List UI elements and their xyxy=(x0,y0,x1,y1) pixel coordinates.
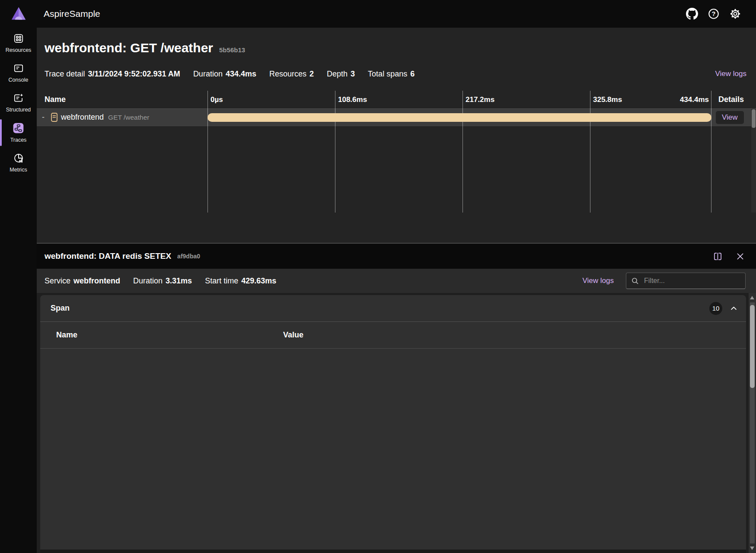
timeline-header: 0µs108.6ms217.2ms325.8ms434.4ms xyxy=(207,91,711,108)
trace-meta-item-value: 3/11/2024 9:52:02.931 AM xyxy=(88,70,180,78)
sidebar-item-label: Structured xyxy=(6,107,31,113)
span-info-item-label: Service xyxy=(45,276,70,285)
trace-meta-item-label: Total spans xyxy=(368,70,407,78)
filter-box[interactable] xyxy=(626,273,746,289)
trace-row[interactable]: -webfrontendGET /weatherView xyxy=(37,109,756,126)
trace-scrollbar-thumb[interactable] xyxy=(752,109,756,128)
panel-scrollbar[interactable] xyxy=(749,293,756,553)
trace-meta-item: Trace detail3/11/2024 9:52:02.931 AM xyxy=(45,70,180,79)
trace-view-logs-link[interactable]: View logs xyxy=(715,70,746,78)
structured-icon xyxy=(13,92,24,105)
trace-meta-item-value: 434.4ms xyxy=(226,70,256,78)
span-info-pairs: ServicewebfrontendDuration3.31msStart ti… xyxy=(45,276,289,286)
timeline-tick-label: 325.8ms xyxy=(593,91,622,109)
trace-meta-item-value: 2 xyxy=(309,70,314,78)
trace-meta-pairs: Trace detail3/11/2024 9:52:02.931 AMDura… xyxy=(45,70,427,79)
attr-name-header: Name xyxy=(40,331,271,340)
server-tan-icon xyxy=(51,113,57,122)
collapse-section-button[interactable] xyxy=(730,305,737,312)
trace-title: webfrontend: GET /weather xyxy=(45,41,213,55)
github-icon[interactable] xyxy=(686,8,698,20)
attr-value-header: Value xyxy=(271,331,746,340)
span-panel-title: webfrontend: DATA redis SETEX xyxy=(45,251,171,261)
sidebar-item-resources[interactable]: Resources xyxy=(0,28,37,57)
span-details-panel: webfrontend: DATA redis SETEX af9dba0 xyxy=(37,243,756,553)
sidebar-item-label: Metrics xyxy=(10,167,27,173)
filter-input[interactable] xyxy=(643,276,741,285)
trace-meta-item-value: 6 xyxy=(410,70,415,78)
trace-table-header: Name 0µs108.6ms217.2ms325.8ms434.4ms Det… xyxy=(37,91,756,109)
sidebar-item-structured[interactable]: Structured xyxy=(0,87,37,117)
trace-meta-item-value: 3 xyxy=(351,70,355,78)
trace-table: Name 0µs108.6ms217.2ms325.8ms434.4ms Det… xyxy=(37,91,756,126)
span-info-item-label: Start time xyxy=(205,276,238,285)
sidebar-item-console[interactable]: Console xyxy=(0,57,37,87)
span-attributes-card: Span 10 Name Value xyxy=(40,295,746,553)
name-column-header: Name xyxy=(37,91,207,108)
trace-meta-item: Resources2 xyxy=(269,70,314,79)
trace-meta-item: Depth3 xyxy=(327,70,355,79)
timeline-tick-label: 0µs xyxy=(211,91,223,109)
span-section-header: Span 10 xyxy=(40,295,746,322)
service-name: webfrontend xyxy=(61,113,104,122)
close-icon[interactable] xyxy=(736,252,745,261)
top-header: AspireSample ? xyxy=(37,0,756,28)
trace-meta-item-label: Duration xyxy=(193,70,223,78)
trace-scrollbar[interactable] xyxy=(751,109,756,213)
span-duration-bar[interactable] xyxy=(207,113,711,122)
help-icon[interactable]: ? xyxy=(708,8,720,20)
span-section-title: Span xyxy=(51,304,70,313)
split-panel-icon[interactable] xyxy=(713,251,723,261)
panel-scrollbar-thumb[interactable] xyxy=(750,305,755,388)
page-content: webfrontend: GET /weather 5b56b13 Trace … xyxy=(37,28,756,553)
collapse-toggle[interactable]: - xyxy=(42,113,51,122)
svg-text:?: ? xyxy=(712,10,716,17)
trace-rows: -webfrontendGET /weatherView xyxy=(37,109,756,126)
sidebar-item-label: Traces xyxy=(10,137,27,143)
trace-row-name: -webfrontendGET /weather xyxy=(37,109,207,126)
sidebar: ResourcesConsoleStructuredTracesMetrics xyxy=(0,0,37,553)
span-info-item-value: webfrontend xyxy=(73,276,120,285)
trace-meta-item: Total spans6 xyxy=(368,70,415,79)
attributes-table-header: Name Value xyxy=(40,322,746,349)
view-details-link[interactable]: View xyxy=(716,111,744,124)
main-area: AspireSample ? xyxy=(37,0,756,553)
trace-meta-item-label: Depth xyxy=(327,70,348,78)
timeline-tick-label: 217.2ms xyxy=(466,91,494,109)
sidebar-item-metrics[interactable]: Metrics xyxy=(0,147,37,177)
span-panel-body: Span 10 Name Value xyxy=(37,293,756,553)
scroll-down-arrow-icon[interactable] xyxy=(750,547,754,550)
details-column-header: Details xyxy=(711,91,756,108)
sidebar-item-label: Resources xyxy=(6,47,32,53)
span-operation-label: GET /weather xyxy=(108,114,149,121)
span-info-item-value: 3.31ms xyxy=(166,276,192,285)
span-info-item: Duration3.31ms xyxy=(133,276,192,286)
span-info-bar: ServicewebfrontendDuration3.31msStart ti… xyxy=(37,269,756,293)
page-title: webfrontend: GET /weather 5b56b13 xyxy=(37,28,756,55)
scroll-up-arrow-icon[interactable] xyxy=(750,296,754,299)
span-view-logs-link[interactable]: View logs xyxy=(583,276,614,285)
app-name: AspireSample xyxy=(44,9,100,19)
timeline-cell xyxy=(207,109,711,126)
timeline-tick-label: 434.4ms xyxy=(680,91,709,109)
sidebar-nav: ResourcesConsoleStructuredTracesMetrics xyxy=(0,28,37,177)
metrics-icon xyxy=(13,153,24,165)
settings-gear-icon[interactable] xyxy=(729,8,741,20)
details-cell: View xyxy=(711,109,756,126)
sidebar-item-traces[interactable]: Traces xyxy=(0,117,37,147)
span-info-item-label: Duration xyxy=(133,276,163,285)
trace-meta-bar: Trace detail3/11/2024 9:52:02.931 AMDura… xyxy=(37,55,756,79)
item-count-badge: 10 xyxy=(709,302,722,315)
sidebar-item-label: Console xyxy=(9,77,29,83)
span-panel-header: webfrontend: DATA redis SETEX af9dba0 xyxy=(37,244,756,269)
resources-icon xyxy=(13,33,24,46)
span-id-badge: af9dba0 xyxy=(177,253,200,260)
span-info-item: Servicewebfrontend xyxy=(45,276,120,286)
traces-icon xyxy=(13,122,24,136)
console-icon xyxy=(13,63,24,76)
aspire-logo-icon xyxy=(10,6,27,22)
search-icon xyxy=(632,277,639,285)
card-bottom-scroll-track xyxy=(40,550,746,553)
span-info-item: Start time429.63ms xyxy=(205,276,276,286)
trace-id-badge: 5b56b13 xyxy=(219,46,245,54)
